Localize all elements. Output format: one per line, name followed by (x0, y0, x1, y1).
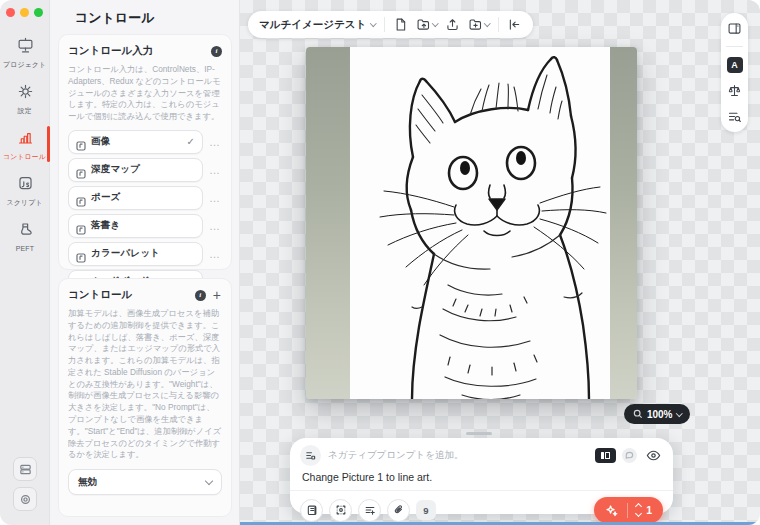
rail-nav: プロジェクト 設定 コントロール スクリプト PEFT (0, 30, 50, 259)
input-item-label: 落書き (91, 219, 195, 232)
share-icon (445, 17, 460, 32)
more-menu-icon[interactable]: … (208, 220, 222, 232)
zoom-level-control[interactable]: 100% (624, 404, 690, 424)
sidebar-item-projects[interactable]: プロジェクト (0, 30, 50, 76)
region-select-button[interactable] (329, 499, 352, 522)
attachment-button[interactable] (387, 499, 410, 522)
share-button[interactable] (445, 17, 460, 32)
prompt-divider (290, 490, 673, 491)
sidebar-item-settings[interactable]: 設定 (0, 76, 50, 122)
generate-button[interactable]: 1 (594, 497, 663, 523)
canvas-area[interactable]: マルチイメージテスト (240, 0, 760, 525)
batch-count-stepper[interactable]: 1 (628, 504, 663, 516)
prompt-panel: ネガティブプロンプトを追加。 Change Picture 1 to line … (290, 438, 673, 514)
sidebar-item-peft[interactable]: PEFT (0, 214, 50, 259)
sidebar-item-scripts[interactable]: スクリプト (0, 168, 50, 214)
scales-icon (727, 83, 742, 98)
control-input-section: コントロール入力 i コントロール入力は、ControlNets、IP-Adap… (58, 34, 232, 270)
line-art-cat-image (350, 47, 610, 399)
toolbar-divider (384, 17, 385, 32)
collapse-panel-button[interactable] (507, 17, 522, 32)
info-icon[interactable]: i (195, 290, 206, 301)
list-item-row: 深度マップ … (68, 158, 222, 182)
control-mode-dropdown[interactable]: 無効 (68, 469, 222, 495)
dropdown-value: 無効 (78, 476, 206, 489)
input-item-pose[interactable]: ポーズ (68, 186, 203, 210)
open-project-button[interactable] (416, 17, 438, 32)
zoom-window-button[interactable] (34, 8, 43, 17)
minimize-window-button[interactable] (20, 8, 29, 17)
negative-prompt-placeholder[interactable]: ネガティブプロンプトを追加。 (328, 449, 588, 462)
input-type-icon (76, 221, 86, 231)
batch-count: 1 (646, 504, 652, 516)
generate-action[interactable] (594, 504, 627, 517)
attachment-count-badge[interactable]: 9 (416, 500, 436, 520)
paperclip-icon (393, 504, 405, 516)
target-icon (19, 493, 32, 506)
zoom-level: 100% (647, 409, 673, 420)
scroll-icon (306, 504, 318, 516)
chevron-down-icon (205, 476, 213, 484)
sparkle-icon (605, 504, 618, 517)
sidebar-item-control[interactable]: コントロール (0, 122, 50, 168)
close-window-button[interactable] (6, 8, 15, 17)
section-title: コントロール (68, 288, 189, 302)
prompt-input[interactable]: Change Picture 1 to line art. (302, 471, 661, 483)
canvas-toolbar: マルチイメージテスト (248, 11, 533, 38)
chat-icon[interactable] (622, 448, 637, 463)
input-item-depth-map[interactable]: 深度マップ (68, 158, 203, 182)
control-panel: コントロール コントロール入力 i コントロール入力は、ControlNets、… (50, 0, 240, 525)
new-file-button[interactable] (393, 17, 408, 32)
eye-icon (645, 447, 662, 464)
magnifier-icon (633, 409, 643, 419)
add-to-folder-button[interactable] (468, 17, 490, 32)
reference-panel-button[interactable] (726, 20, 743, 37)
collapse-left-icon (507, 17, 522, 32)
input-type-icon (76, 165, 86, 175)
more-menu-icon[interactable]: … (208, 164, 222, 176)
generated-image[interactable] (306, 47, 637, 399)
projector-icon (17, 37, 34, 58)
script-icon (17, 175, 34, 196)
search-list-button[interactable] (726, 108, 743, 125)
frame-select-icon (335, 504, 347, 516)
right-tool-column: A (721, 13, 748, 132)
list-item-row: カラーパレット … (68, 242, 222, 266)
more-menu-icon[interactable]: … (208, 136, 222, 148)
prompt-mode-toggle[interactable] (595, 448, 616, 463)
input-type-icon (76, 193, 86, 203)
info-icon[interactable]: i (211, 46, 222, 57)
traffic-lights (6, 8, 43, 17)
template-button[interactable] (300, 499, 323, 522)
prompt-drag-handle[interactable] (466, 432, 492, 435)
list-item-row: ポーズ … (68, 186, 222, 210)
check-icon: ✓ (187, 136, 195, 147)
peft-icon (17, 221, 34, 242)
add-queue-button[interactable] (358, 499, 381, 522)
input-item-scribble[interactable]: 落書き (68, 214, 203, 238)
servers-button[interactable] (13, 457, 37, 481)
input-item-color-palette[interactable]: カラーパレット (68, 242, 203, 266)
more-menu-icon[interactable]: … (208, 248, 222, 260)
stepper-icon[interactable] (636, 504, 641, 516)
nav-rail: プロジェクト 設定 コントロール スクリプト PEFT (0, 0, 50, 525)
project-name-dropdown[interactable]: マルチイメージテスト (259, 18, 376, 32)
list-item-row: 画像 ✓ … (68, 130, 222, 154)
input-type-icon (76, 249, 86, 259)
list-item-row: 落書き … (68, 214, 222, 238)
preview-eye-button[interactable] (643, 446, 663, 466)
section-description: コントロール入力は、ControlNets、IP-Adapters、Redux … (68, 64, 222, 123)
style-tool-button[interactable]: A (726, 56, 743, 73)
toolbar-divider (498, 17, 499, 32)
compare-tool-button[interactable] (726, 82, 743, 99)
target-button[interactable] (13, 487, 37, 511)
add-control-button[interactable]: + (212, 290, 222, 300)
app-window: プロジェクト 設定 コントロール スクリプト PEFT (0, 0, 760, 525)
chart-icon (17, 129, 34, 150)
negative-prompt-icon (305, 450, 316, 461)
chevron-down-icon (432, 20, 438, 26)
more-menu-icon[interactable]: … (208, 192, 222, 204)
input-item-image[interactable]: 画像 ✓ (68, 130, 203, 154)
toggle-frame-icon (605, 452, 610, 459)
negative-prompt-button[interactable] (300, 445, 321, 466)
